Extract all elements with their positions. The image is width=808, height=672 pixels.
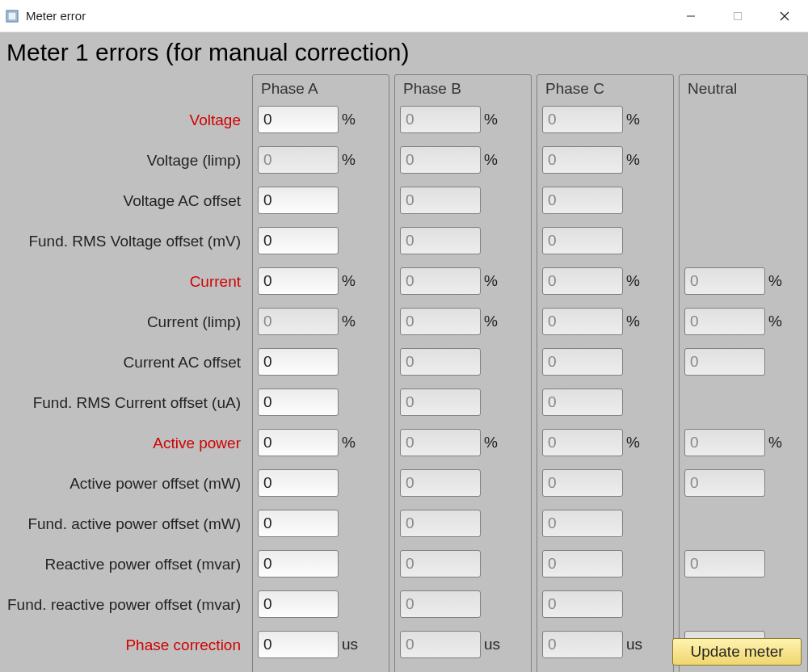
input-phaseA-rp_offset[interactable]: [258, 550, 339, 578]
cell-row: %: [542, 382, 668, 422]
unit-label: us: [625, 636, 647, 653]
input-phaseA-frms_i_offset[interactable]: [258, 388, 339, 416]
cell-row: us: [258, 624, 384, 665]
window-title: Meter error: [26, 9, 86, 23]
input-phaseC-ap_offset: [542, 469, 623, 497]
cell-row: %: [258, 342, 384, 382]
input-phaseB-v_ac_offset: [400, 187, 481, 214]
input-phaseC-i_ac_offset: [542, 348, 623, 376]
row-label-text: Fund. RMS Current offset (uA): [33, 394, 241, 412]
row-label-text: Reactive power offset (mvar): [44, 556, 241, 573]
row-label-frp_offset: Fund. reactive power offset (mvar): [13, 585, 246, 625]
input-neutral-rp_offset: [684, 550, 765, 578]
input-phaseB-rp_offset: [400, 550, 481, 578]
cell-row: us: [542, 624, 668, 665]
unit-label: %: [340, 313, 363, 330]
row-label-current: Current: [13, 262, 246, 302]
client-area: Meter 1 errors (for manual correction) V…: [0, 32, 808, 672]
input-phaseC-rp_offset: [542, 550, 623, 578]
input-phaseB-fap_offset: [400, 510, 481, 537]
input-phaseA-active_power[interactable]: [258, 429, 339, 456]
unit-label: %: [482, 434, 505, 452]
input-phaseB-voltage_limp: [400, 146, 481, 174]
input-phaseC-frms_v_offset: [542, 227, 623, 254]
cell-row: %: [542, 584, 668, 624]
input-phaseA-phase_corr[interactable]: [258, 631, 339, 658]
cell-row: %: [258, 503, 384, 544]
svg-rect-3: [734, 12, 742, 19]
row-label-text: Active power offset (mW): [69, 475, 241, 493]
input-phaseB-i_ac_offset: [400, 348, 481, 376]
cell-row: [684, 220, 802, 261]
input-phaseA-v_ac_offset[interactable]: [258, 187, 339, 214]
cell-row: %: [258, 584, 384, 624]
input-phaseB-current: [400, 267, 481, 295]
column-phaseB: Phase B%%%%%%%%%%%%%us: [394, 74, 532, 672]
window-minimize-button[interactable]: [667, 0, 714, 32]
cell-row: %: [542, 422, 668, 463]
cell-row: [684, 140, 802, 180]
cell-row: %: [400, 220, 526, 261]
app-icon: [5, 9, 19, 23]
row-label-text: Current AC offset: [124, 354, 241, 372]
unit-label: %: [625, 111, 647, 128]
row-label-text: Voltage: [190, 111, 241, 129]
input-neutral-current: [684, 267, 765, 295]
unit-label: %: [482, 151, 505, 169]
row-label-phase_corr: Phase correction: [13, 625, 246, 666]
cell-row: %: [400, 463, 526, 503]
input-neutral-active_power: [684, 429, 765, 456]
input-neutral-ap_offset: [684, 469, 765, 497]
cell-row: %: [684, 422, 802, 463]
input-phaseA-frp_offset[interactable]: [258, 590, 339, 618]
input-phaseC-frms_i_offset: [542, 388, 623, 416]
cell-row: %: [542, 261, 668, 301]
row-label-rp_offset: Reactive power offset (mvar): [13, 544, 246, 585]
row-label-active_power: Active power: [13, 423, 246, 464]
cell-row: %: [684, 463, 802, 503]
input-phaseA-fap_offset[interactable]: [258, 510, 339, 537]
cell-row: [684, 382, 802, 422]
window-close-button[interactable]: [761, 0, 808, 32]
page-title: Meter 1 errors (for manual correction): [5, 36, 803, 74]
unit-label: %: [482, 272, 505, 290]
input-phaseC-active_power: [542, 429, 623, 456]
cell-row: %: [542, 342, 668, 382]
input-phaseC-current_limp: [542, 308, 623, 335]
input-phaseC-voltage: [542, 106, 623, 133]
row-label-frms_i_offset: Fund. RMS Current offset (uA): [13, 383, 246, 423]
input-phaseB-voltage: [400, 106, 481, 133]
row-label-text: Current: [190, 273, 241, 291]
window-maximize-button: [714, 0, 761, 32]
row-label-text: Fund. RMS Voltage offset (mV): [28, 233, 241, 250]
unit-label: %: [767, 434, 789, 452]
input-phaseA-i_ac_offset[interactable]: [258, 348, 339, 376]
column-header: Phase A: [258, 78, 384, 99]
cell-row: %: [258, 463, 384, 503]
cell-row: %: [542, 140, 668, 180]
cell-row: %: [400, 422, 526, 463]
unit-label: %: [625, 434, 647, 452]
input-phaseA-current[interactable]: [258, 267, 339, 295]
update-meter-button[interactable]: Update meter: [672, 638, 802, 666]
row-label-text: Fund. reactive power offset (mvar): [7, 596, 241, 614]
column-header: Phase C: [542, 78, 668, 99]
unit-label: %: [340, 434, 363, 452]
input-phaseA-frms_v_offset[interactable]: [258, 227, 339, 254]
cell-row: %: [684, 261, 802, 301]
unit-label: us: [340, 636, 363, 653]
row-label-voltage: Voltage: [13, 100, 246, 141]
cell-row: %: [542, 544, 668, 584]
input-phaseC-v_ac_offset: [542, 187, 623, 214]
cell-row: %: [258, 422, 384, 463]
row-label-i_ac_offset: Current AC offset: [13, 342, 246, 383]
unit-label: %: [767, 313, 789, 330]
input-phaseB-phase_corr: [400, 631, 481, 658]
input-phaseC-voltage_limp: [542, 146, 623, 174]
row-label-current_limp: Current (limp): [13, 302, 246, 342]
row-label-frms_v_offset: Fund. RMS Voltage offset (mV): [13, 221, 246, 262]
input-phaseA-ap_offset[interactable]: [258, 469, 339, 497]
cell-row: %: [400, 544, 526, 584]
input-phaseA-voltage[interactable]: [258, 106, 339, 133]
cell-row: %: [258, 261, 384, 301]
